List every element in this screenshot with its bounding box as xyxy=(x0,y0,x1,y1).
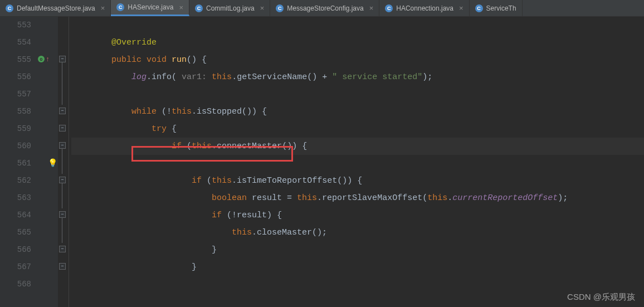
tab-haservice[interactable]: C HAService.java × xyxy=(111,0,189,16)
tab-label: ServiceTh xyxy=(486,4,516,12)
code-line: this.closeMaster(); xyxy=(71,224,644,241)
fold-gutter: − − − − − − − − xyxy=(58,17,69,307)
java-class-icon: C xyxy=(385,4,393,12)
line-number[interactable]: 562 xyxy=(10,172,31,189)
line-number[interactable]: 559 xyxy=(10,120,31,138)
code-line: if (this.connectMaster()) { xyxy=(71,138,644,155)
close-icon[interactable]: × xyxy=(179,3,183,12)
line-number[interactable]: 554 xyxy=(10,34,31,51)
code-line: public void run() { xyxy=(71,51,644,69)
line-number[interactable]: 558 xyxy=(10,103,31,120)
tab-haconnection[interactable]: C HAConnection.java × xyxy=(379,0,469,16)
fold-toggle-icon[interactable]: − xyxy=(59,177,66,183)
code-line xyxy=(71,86,644,103)
code-line: @Override xyxy=(71,34,644,51)
code-line: boolean result = this.reportSlaveMaxOffs… xyxy=(71,189,644,207)
code-line: if (!result) { xyxy=(71,207,644,224)
code-line: } xyxy=(71,259,644,276)
line-number[interactable]: 565 xyxy=(10,224,31,241)
close-icon[interactable]: × xyxy=(459,4,464,12)
fold-line xyxy=(62,149,62,174)
fold-toggle-icon[interactable]: − xyxy=(59,246,66,252)
java-class-icon: C xyxy=(276,4,284,12)
java-class-icon: C xyxy=(116,3,124,11)
java-class-icon: C xyxy=(6,4,13,12)
gutter-icons: O ↑ 💡 xyxy=(36,17,58,307)
line-number[interactable]: 561 xyxy=(10,155,31,172)
line-number[interactable]: 566 xyxy=(10,241,31,259)
code-line: while (!this.isStopped()) { xyxy=(71,103,644,120)
editor-tabs: C DefaultMessageStore.java × C HAService… xyxy=(0,0,644,17)
java-class-icon: C xyxy=(195,4,203,12)
line-number[interactable]: 557 xyxy=(10,86,31,103)
code-line: try { xyxy=(71,120,644,138)
watermark: CSDN @乐观男孩 xyxy=(567,292,635,303)
line-number[interactable]: 560 xyxy=(10,138,31,155)
line-number[interactable]: 568 xyxy=(10,276,31,293)
fold-line xyxy=(62,62,62,105)
editor-area: 553 554 555 556 557 558 559 560 561 562 … xyxy=(0,17,644,307)
fold-toggle-icon[interactable]: − xyxy=(59,211,66,218)
code-line: if (this.isTimeToReportOffset()) { xyxy=(71,172,644,189)
override-icon: O xyxy=(38,56,45,62)
line-number[interactable]: 567 xyxy=(10,259,31,276)
fold-toggle-icon[interactable]: − xyxy=(59,56,66,62)
line-numbers: 553 554 555 556 557 558 559 560 561 562 … xyxy=(8,17,36,307)
code-line: } xyxy=(71,241,644,259)
tab-label: HAConnection.java xyxy=(396,4,453,12)
tab-label: DefaultMessageStore.java xyxy=(17,4,95,12)
line-number[interactable]: 555 xyxy=(10,51,31,69)
tab-messagestoreconfig[interactable]: C MessageStoreConfig.java × xyxy=(270,0,379,16)
tab-commitlog[interactable]: C CommitLog.java × xyxy=(189,0,270,16)
java-class-icon: C xyxy=(475,4,483,12)
line-number[interactable]: 553 xyxy=(10,17,31,34)
code-line xyxy=(71,276,644,293)
close-icon[interactable]: × xyxy=(101,4,105,12)
intention-bulb-icon[interactable]: 💡 xyxy=(48,158,57,168)
tab-label: CommitLog.java xyxy=(206,4,255,12)
fold-line xyxy=(62,218,62,243)
code-line xyxy=(71,155,644,172)
close-icon[interactable]: × xyxy=(369,4,374,12)
tab-serviceth[interactable]: C ServiceTh xyxy=(470,0,523,16)
tab-label: MessageStoreConfig.java xyxy=(287,4,363,12)
fold-toggle-icon[interactable]: − xyxy=(59,263,66,270)
fold-toggle-icon[interactable]: − xyxy=(59,108,66,114)
fold-toggle-icon[interactable]: − xyxy=(59,125,66,131)
code-line: log.info( var1: this.getServiceName() + … xyxy=(71,69,644,86)
code-area[interactable]: @Override public void run() { log.info( … xyxy=(69,17,644,307)
close-icon[interactable]: × xyxy=(260,4,265,12)
line-number[interactable]: 564 xyxy=(10,207,31,224)
line-number[interactable]: 556 xyxy=(10,69,31,86)
tab-label: HAService.java xyxy=(128,3,173,11)
line-number[interactable]: 563 xyxy=(10,189,31,207)
fold-line xyxy=(62,183,62,208)
arrow-up-icon: ↑ xyxy=(46,56,50,64)
left-gutter xyxy=(0,17,8,307)
code-line xyxy=(71,17,644,34)
override-marker[interactable]: O ↑ xyxy=(38,56,50,64)
tab-defaultmessagestore[interactable]: C DefaultMessageStore.java × xyxy=(0,0,111,16)
fold-toggle-icon[interactable]: − xyxy=(59,142,66,149)
